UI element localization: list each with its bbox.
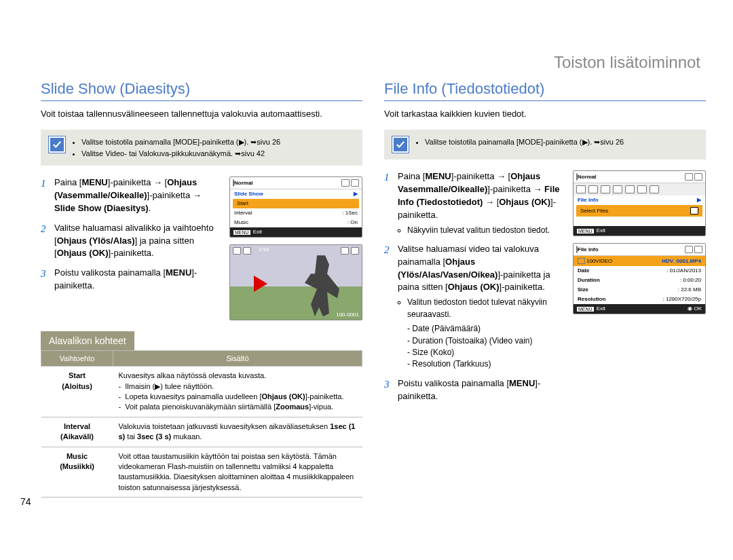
note-item: Valitse toistotila painamalla [MODE]-pai…: [81, 136, 280, 148]
play-icon: [254, 276, 267, 292]
th-content: Sisältö: [113, 351, 362, 367]
chapter-title: Toiston lisätoiminnot: [554, 53, 700, 72]
exit-label: Exit: [597, 228, 605, 234]
menu-item: Interval: [234, 210, 252, 216]
step-text: Paina [MENU]-painiketta → [Ohjaus (Vasem…: [54, 176, 221, 215]
file-info-intro: Voit tarkastaa kaikkien kuvien tiedot.: [384, 108, 706, 120]
step-text: Valitse haluamasi video tai valokuva pai…: [398, 243, 565, 371]
steps-right: 1 Paina [MENU]-painiketta → [Ohjaus Vase…: [384, 170, 565, 403]
opt-name: Start(Aloitus): [41, 367, 113, 417]
step-text: Poistu valikosta painamalla [MENU]-paini…: [398, 377, 565, 403]
page-number: 74: [20, 496, 31, 507]
page: Toiston lisätoiminnot 74 Slide Show (Dia…: [0, 0, 733, 560]
slide-show-intro: Voit toistaa tallennusvälineeseen tallen…: [41, 108, 362, 120]
menu-screenshot: Normal Slide Show▶ Start Interval: 1Sec …: [229, 176, 362, 238]
right-screenshots: Normal File Info▶ Select Files MENUExit …: [573, 170, 706, 409]
steps-left: 1Paina [MENU]-painiketta → [Ohjaus (Vase…: [41, 176, 221, 293]
file-info-heading: File Info (Tiedostotiedot): [384, 80, 706, 101]
file-info-screenshot: File Info 100VIDEOHDV_0001.MP4 Date: 01/…: [573, 243, 706, 314]
step-text: Paina [MENU]-painiketta → [Ohjaus Vasemm…: [398, 170, 565, 236]
table-row: Interval(Aikaväli) Valokuvia toistetaan …: [41, 417, 362, 447]
right-column: File Info (Tiedostotiedot) Voit tarkasta…: [384, 80, 706, 498]
note-box-left: Valitse toistotila painamalla [MODE]-pai…: [41, 130, 362, 166]
submenu-heading: Alavalikon kohteet: [41, 331, 134, 350]
opt-name: Music(Musiikki): [41, 447, 113, 498]
left-screenshots: Normal Slide Show▶ Start Interval: 1Sec …: [229, 176, 362, 320]
note-box-right: Valitse toistotila painamalla [MODE]-pai…: [384, 130, 706, 160]
check-icon: [392, 136, 409, 153]
menu-screenshot: Normal File Info▶ Select Files MENUExit: [573, 170, 706, 236]
two-column-layout: Slide Show (Diaesitys) Voit toistaa tall…: [41, 80, 706, 498]
info-field: Size (Koko): [407, 347, 565, 358]
note-item: Valitse toistotila painamalla [MODE]-pai…: [425, 136, 624, 148]
info-field: Duration (Toistoaika) (Video vain): [407, 335, 565, 347]
info-field: Date (Päivämäärä): [407, 323, 565, 335]
step-text: Poistu valikosta painamalla [MENU]-paini…: [54, 267, 221, 293]
info-field: Resolution (Tarkkuus): [407, 358, 565, 370]
opt-desc: Valokuvia toistetaan jatkuvasti kuvaesit…: [113, 417, 362, 447]
table-row: Music(Musiikki) Voit ottaa taustamusiiki…: [41, 447, 362, 498]
menu-item: File Info: [578, 198, 599, 203]
step-bullet: Näkyviin tulevat valitun tiedoston tiedo…: [407, 225, 565, 236]
menu-item: Slide Show: [234, 191, 263, 197]
opt-desc: Voit ottaa taustamusiikin käyttöön tai p…: [113, 447, 362, 498]
check-icon: [49, 136, 65, 153]
note-list-left: Valitse toistotila painamalla [MODE]-pai…: [72, 136, 280, 159]
opt-name: Interval(Aikaväli): [41, 417, 113, 447]
menu-item-selected: Select Files: [580, 208, 608, 214]
opt-desc: Kuvaesitys alkaa näytössä olevasta kuvas…: [113, 367, 362, 417]
th-option: Vaihtoehto: [41, 351, 113, 367]
slide-show-heading: Slide Show (Diaesitys): [41, 80, 362, 101]
left-column: Slide Show (Diaesitys) Voit toistaa tall…: [41, 80, 362, 498]
menu-item: Music: [234, 220, 248, 225]
options-table: Vaihtoehto Sisältö Start(Aloitus) Kuvaes…: [41, 350, 362, 498]
step-text: Valitse haluamasi alivalikko ja vaihtoeh…: [54, 222, 221, 261]
menu-item-selected: Start: [237, 201, 248, 206]
note-item: Valitse Video- tai Valokuva-pikkukuvanäk…: [81, 148, 280, 160]
exit-label: Exit: [253, 229, 262, 235]
silhouette-figure: [301, 255, 341, 316]
preview-screenshot: 1/10 100-0001: [229, 244, 362, 320]
note-list-right: Valitse toistotila painamalla [MODE]-pai…: [415, 136, 624, 153]
step-bullet: Valitun tiedoston tiedot tulevat näkyvii…: [407, 297, 565, 320]
exit-label: Exit: [597, 306, 605, 312]
table-row: Start(Aloitus) Kuvaesitys alkaa näytössä…: [41, 367, 362, 417]
